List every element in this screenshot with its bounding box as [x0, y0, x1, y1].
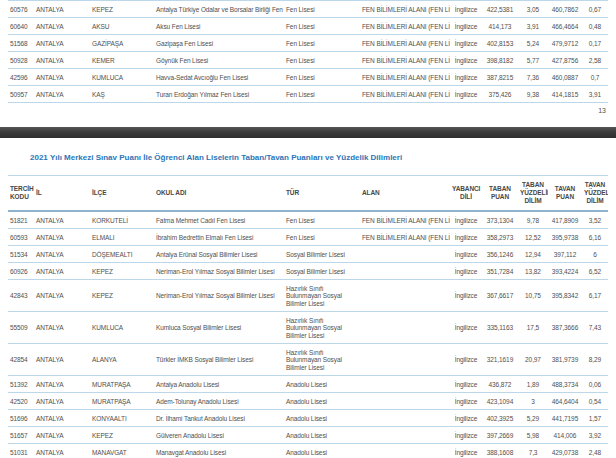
cell: 12,94	[518, 246, 548, 263]
cell: İngilizce	[450, 1, 482, 18]
cell: 0,06	[582, 376, 608, 393]
cell: Fen Lisesi	[284, 52, 360, 69]
cell: Hazırlık Sınıfı Bulunmayan Sosyal Biliml…	[284, 280, 360, 312]
cell: ANTALYA	[34, 410, 90, 427]
cell: Sosyal Bilimler Lisesi	[284, 263, 360, 280]
column-header: OKUL ADI	[154, 176, 284, 212]
cell: İngilizce	[450, 246, 482, 263]
cell: 51534	[8, 246, 34, 263]
cell: Göynük Fen Lisesi	[154, 52, 284, 69]
cell: İngilizce	[450, 312, 482, 344]
table-row: 51568ANTALYAGAZİPAŞAGazipaşa Fen LisesiF…	[8, 35, 608, 52]
cell: İngilizce	[450, 18, 482, 35]
cell: 423,1094	[482, 393, 518, 410]
cell: 42854	[8, 344, 34, 376]
cell: Türkler İMKB Sosyal Bilimler Lisesi	[154, 344, 284, 376]
cell: 3	[518, 393, 548, 410]
cell: 398,8182	[482, 52, 518, 69]
cell: 441,7195	[548, 410, 582, 427]
cell: 42596	[8, 69, 34, 86]
cell: FEN BİLİMLERİ ALANI (FEN LİS.)	[360, 229, 450, 246]
cell: ANTALYA	[34, 246, 90, 263]
cell: 7,36	[518, 69, 548, 86]
cell: Antalya Anadolu Lisesi	[154, 376, 284, 393]
cell: FEN BİLİMLERİ ALANI (FEN LİS.)	[360, 69, 450, 86]
cell: 51031	[8, 444, 34, 458]
column-header: TÜR	[284, 176, 360, 212]
cell: FEN BİLİMLERİ ALANI (FEN LİS.)	[360, 211, 450, 229]
cell: 60926	[8, 263, 34, 280]
cell: 51568	[8, 35, 34, 52]
cell: 464,6404	[548, 393, 582, 410]
table-row: 60576ANTALYAKEPEZAntalya Türkiye Odalar …	[8, 1, 608, 18]
cell: 6	[582, 246, 608, 263]
cell: 51392	[8, 376, 34, 393]
table-row: 60640ANTALYAAKSUAksu Fen LisesiFen Lises…	[8, 18, 608, 35]
cell: KUMLUCA	[90, 69, 154, 86]
cell: 3,91	[518, 18, 548, 35]
cell: 397,2669	[482, 427, 518, 444]
cell: Anadolu Lisesi	[284, 376, 360, 393]
cell: 60640	[8, 18, 34, 35]
page-number: 13	[0, 103, 616, 114]
cell: Havva-Sedat Avcıoğlu Fen Lisesi	[154, 69, 284, 86]
cell: ANTALYA	[34, 280, 90, 312]
cell: 2,48	[582, 444, 608, 458]
cell: DÖŞEMEALTI	[90, 246, 154, 263]
cell: ANTALYA	[34, 69, 90, 86]
cell: 50957	[8, 86, 34, 103]
cell: Hazırlık Sınıfı Bulunmayan Sosyal Biliml…	[284, 312, 360, 344]
cell: 414,006	[548, 427, 582, 444]
cell: Antalya Türkiye Odalar ve Borsalar Birli…	[154, 1, 284, 18]
column-header: TAVAN YÜZDELİK DİLİM	[582, 176, 608, 212]
cell: Manavgat Anadolu Lisesi	[154, 444, 284, 458]
cell	[360, 246, 450, 263]
cell: İngilizce	[450, 69, 482, 86]
cell: 466,4664	[548, 18, 582, 35]
cell: İngilizce	[450, 344, 482, 376]
cell: KAŞ	[90, 86, 154, 103]
cell: ELMALI	[90, 229, 154, 246]
cell: 388,1608	[482, 444, 518, 458]
cell: 351,7284	[482, 263, 518, 280]
table-row: 55509ANTALYAKUMLUCAKumluca Sosyal Biliml…	[8, 312, 608, 344]
cell: İngilizce	[450, 444, 482, 458]
document-page: 60576ANTALYAKEPEZAntalya Türkiye Odalar …	[0, 0, 616, 458]
column-header: TAVAN PUAN	[548, 176, 582, 212]
cell: ANTALYA	[34, 1, 90, 18]
cell	[360, 444, 450, 458]
cell: 12,52	[518, 229, 548, 246]
cell: 460,7862	[548, 1, 582, 18]
cell: KEPEZ	[90, 263, 154, 280]
page-break-bar	[0, 127, 616, 138]
score-table-main: TERCİH KODUİLİLÇEOKUL ADITÜRALANYABANCI …	[8, 175, 608, 458]
column-header: TABAN YÜZDELİK DİLİM	[518, 176, 548, 212]
cell: KORKUTELİ	[90, 211, 154, 229]
cell: 402,3925	[482, 410, 518, 427]
cell: 488,3734	[548, 376, 582, 393]
cell: 3,52	[582, 211, 608, 229]
cell	[360, 280, 450, 312]
cell: GAZİPAŞA	[90, 35, 154, 52]
cell: Fen Lisesi	[284, 35, 360, 52]
cell: 3,05	[518, 1, 548, 18]
table-row: 51657ANTALYAKEPEZGülveren Anadolu Lisesi…	[8, 427, 608, 444]
cell: 20,97	[518, 344, 548, 376]
cell: 0,54	[582, 393, 608, 410]
cell: 9,38	[518, 86, 548, 103]
cell: FEN BİLİMLERİ ALANI (FEN LİS.)	[360, 35, 450, 52]
cell: 51821	[8, 211, 34, 229]
cell: Kumluca Sosyal Bilimler Lisesi	[154, 312, 284, 344]
table-row: 51392ANTALYAMURATPAŞAAntalya Anadolu Lis…	[8, 376, 608, 393]
cell: Sosyal Bilimler Lisesi	[284, 246, 360, 263]
table-row: 42520ANTALYAMURATPAŞAAdem-Tolunay Anadol…	[8, 393, 608, 410]
table-row: 51031ANTALYAMANAVGATManavgat Anadolu Lis…	[8, 444, 608, 458]
cell: 321,1619	[482, 344, 518, 376]
cell: 3,92	[582, 427, 608, 444]
cell: KUMLUCA	[90, 312, 154, 344]
cell: 397,112	[548, 246, 582, 263]
cell: Neriman-Erol Yılmaz Sosyal Bilimler Lise…	[154, 280, 284, 312]
cell: 381,9739	[548, 344, 582, 376]
cell: 460,0887	[548, 69, 582, 86]
cell	[360, 376, 450, 393]
